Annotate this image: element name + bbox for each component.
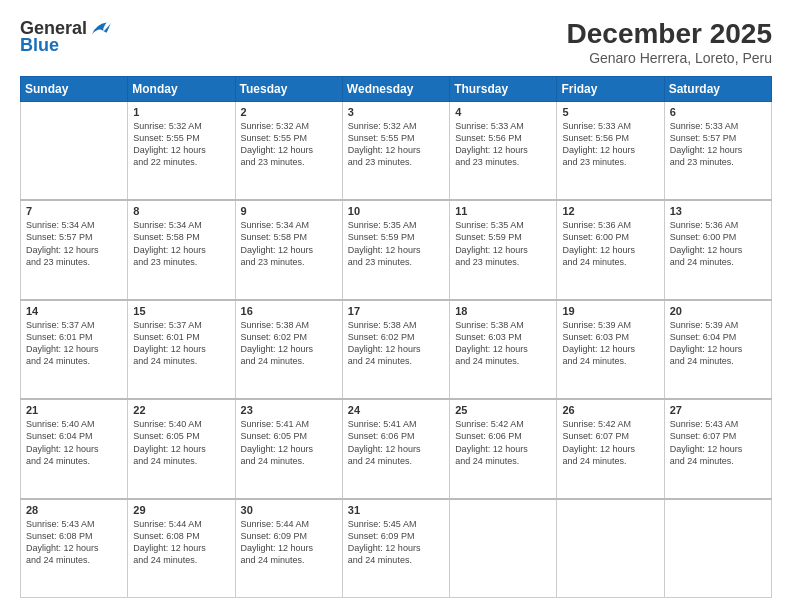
day-info: Sunrise: 5:40 AM Sunset: 6:04 PM Dayligh… xyxy=(26,418,122,467)
calendar-cell: 16Sunrise: 5:38 AM Sunset: 6:02 PM Dayli… xyxy=(235,300,342,399)
day-info: Sunrise: 5:33 AM Sunset: 5:57 PM Dayligh… xyxy=(670,120,766,169)
day-info: Sunrise: 5:44 AM Sunset: 6:09 PM Dayligh… xyxy=(241,518,337,567)
day-info: Sunrise: 5:40 AM Sunset: 6:05 PM Dayligh… xyxy=(133,418,229,467)
day-number: 1 xyxy=(133,106,229,118)
day-number: 28 xyxy=(26,504,122,516)
day-info: Sunrise: 5:35 AM Sunset: 5:59 PM Dayligh… xyxy=(455,219,551,268)
logo: General Blue xyxy=(20,18,111,56)
day-info: Sunrise: 5:43 AM Sunset: 6:07 PM Dayligh… xyxy=(670,418,766,467)
day-info: Sunrise: 5:36 AM Sunset: 6:00 PM Dayligh… xyxy=(562,219,658,268)
calendar-cell: 10Sunrise: 5:35 AM Sunset: 5:59 PM Dayli… xyxy=(342,200,449,299)
day-info: Sunrise: 5:39 AM Sunset: 6:04 PM Dayligh… xyxy=(670,319,766,368)
calendar-cell: 22Sunrise: 5:40 AM Sunset: 6:05 PM Dayli… xyxy=(128,399,235,498)
day-number: 19 xyxy=(562,305,658,317)
calendar-cell: 2Sunrise: 5:32 AM Sunset: 5:55 PM Daylig… xyxy=(235,102,342,201)
calendar-cell: 31Sunrise: 5:45 AM Sunset: 6:09 PM Dayli… xyxy=(342,499,449,598)
calendar-week-row: 1Sunrise: 5:32 AM Sunset: 5:55 PM Daylig… xyxy=(21,102,772,201)
calendar-cell: 14Sunrise: 5:37 AM Sunset: 6:01 PM Dayli… xyxy=(21,300,128,399)
day-number: 8 xyxy=(133,205,229,217)
calendar-week-row: 21Sunrise: 5:40 AM Sunset: 6:04 PM Dayli… xyxy=(21,399,772,498)
day-number: 11 xyxy=(455,205,551,217)
day-info: Sunrise: 5:37 AM Sunset: 6:01 PM Dayligh… xyxy=(133,319,229,368)
calendar-cell: 24Sunrise: 5:41 AM Sunset: 6:06 PM Dayli… xyxy=(342,399,449,498)
day-info: Sunrise: 5:33 AM Sunset: 5:56 PM Dayligh… xyxy=(562,120,658,169)
day-number: 17 xyxy=(348,305,444,317)
calendar-cell: 1Sunrise: 5:32 AM Sunset: 5:55 PM Daylig… xyxy=(128,102,235,201)
day-info: Sunrise: 5:34 AM Sunset: 5:57 PM Dayligh… xyxy=(26,219,122,268)
day-number: 16 xyxy=(241,305,337,317)
day-number: 4 xyxy=(455,106,551,118)
day-number: 6 xyxy=(670,106,766,118)
day-number: 27 xyxy=(670,404,766,416)
day-number: 31 xyxy=(348,504,444,516)
day-number: 20 xyxy=(670,305,766,317)
day-info: Sunrise: 5:39 AM Sunset: 6:03 PM Dayligh… xyxy=(562,319,658,368)
calendar-cell: 23Sunrise: 5:41 AM Sunset: 6:05 PM Dayli… xyxy=(235,399,342,498)
day-info: Sunrise: 5:37 AM Sunset: 6:01 PM Dayligh… xyxy=(26,319,122,368)
weekday-header-thursday: Thursday xyxy=(450,77,557,102)
day-info: Sunrise: 5:38 AM Sunset: 6:02 PM Dayligh… xyxy=(348,319,444,368)
day-info: Sunrise: 5:38 AM Sunset: 6:03 PM Dayligh… xyxy=(455,319,551,368)
calendar-cell: 7Sunrise: 5:34 AM Sunset: 5:57 PM Daylig… xyxy=(21,200,128,299)
day-info: Sunrise: 5:32 AM Sunset: 5:55 PM Dayligh… xyxy=(133,120,229,169)
calendar-cell: 12Sunrise: 5:36 AM Sunset: 6:00 PM Dayli… xyxy=(557,200,664,299)
calendar-cell: 5Sunrise: 5:33 AM Sunset: 5:56 PM Daylig… xyxy=(557,102,664,201)
title-block: December 2025 Genaro Herrera, Loreto, Pe… xyxy=(567,18,772,66)
logo-bird-icon xyxy=(89,18,111,40)
day-number: 15 xyxy=(133,305,229,317)
calendar-cell: 8Sunrise: 5:34 AM Sunset: 5:58 PM Daylig… xyxy=(128,200,235,299)
header: General Blue December 2025 Genaro Herrer… xyxy=(20,18,772,66)
calendar-cell: 30Sunrise: 5:44 AM Sunset: 6:09 PM Dayli… xyxy=(235,499,342,598)
calendar-cell: 27Sunrise: 5:43 AM Sunset: 6:07 PM Dayli… xyxy=(664,399,771,498)
calendar-cell: 15Sunrise: 5:37 AM Sunset: 6:01 PM Dayli… xyxy=(128,300,235,399)
calendar-cell: 13Sunrise: 5:36 AM Sunset: 6:00 PM Dayli… xyxy=(664,200,771,299)
day-number: 30 xyxy=(241,504,337,516)
calendar-cell: 17Sunrise: 5:38 AM Sunset: 6:02 PM Dayli… xyxy=(342,300,449,399)
calendar-week-row: 28Sunrise: 5:43 AM Sunset: 6:08 PM Dayli… xyxy=(21,499,772,598)
weekday-header-friday: Friday xyxy=(557,77,664,102)
calendar-cell xyxy=(664,499,771,598)
day-info: Sunrise: 5:34 AM Sunset: 5:58 PM Dayligh… xyxy=(133,219,229,268)
calendar-week-row: 14Sunrise: 5:37 AM Sunset: 6:01 PM Dayli… xyxy=(21,300,772,399)
day-info: Sunrise: 5:34 AM Sunset: 5:58 PM Dayligh… xyxy=(241,219,337,268)
day-number: 12 xyxy=(562,205,658,217)
day-number: 23 xyxy=(241,404,337,416)
calendar-week-row: 7Sunrise: 5:34 AM Sunset: 5:57 PM Daylig… xyxy=(21,200,772,299)
calendar-header-row: SundayMondayTuesdayWednesdayThursdayFrid… xyxy=(21,77,772,102)
calendar-cell: 29Sunrise: 5:44 AM Sunset: 6:08 PM Dayli… xyxy=(128,499,235,598)
day-number: 7 xyxy=(26,205,122,217)
calendar-cell: 3Sunrise: 5:32 AM Sunset: 5:55 PM Daylig… xyxy=(342,102,449,201)
day-number: 18 xyxy=(455,305,551,317)
day-number: 9 xyxy=(241,205,337,217)
calendar-cell: 26Sunrise: 5:42 AM Sunset: 6:07 PM Dayli… xyxy=(557,399,664,498)
day-number: 25 xyxy=(455,404,551,416)
page: General Blue December 2025 Genaro Herrer… xyxy=(0,0,792,612)
calendar-cell: 9Sunrise: 5:34 AM Sunset: 5:58 PM Daylig… xyxy=(235,200,342,299)
day-info: Sunrise: 5:44 AM Sunset: 6:08 PM Dayligh… xyxy=(133,518,229,567)
day-number: 26 xyxy=(562,404,658,416)
day-info: Sunrise: 5:35 AM Sunset: 5:59 PM Dayligh… xyxy=(348,219,444,268)
day-info: Sunrise: 5:32 AM Sunset: 5:55 PM Dayligh… xyxy=(348,120,444,169)
day-info: Sunrise: 5:41 AM Sunset: 6:06 PM Dayligh… xyxy=(348,418,444,467)
day-number: 10 xyxy=(348,205,444,217)
calendar-cell xyxy=(21,102,128,201)
calendar-cell: 11Sunrise: 5:35 AM Sunset: 5:59 PM Dayli… xyxy=(450,200,557,299)
calendar-cell: 4Sunrise: 5:33 AM Sunset: 5:56 PM Daylig… xyxy=(450,102,557,201)
calendar-cell: 21Sunrise: 5:40 AM Sunset: 6:04 PM Dayli… xyxy=(21,399,128,498)
weekday-header-wednesday: Wednesday xyxy=(342,77,449,102)
day-number: 29 xyxy=(133,504,229,516)
weekday-header-saturday: Saturday xyxy=(664,77,771,102)
month-title: December 2025 xyxy=(567,18,772,50)
day-number: 2 xyxy=(241,106,337,118)
day-info: Sunrise: 5:32 AM Sunset: 5:55 PM Dayligh… xyxy=(241,120,337,169)
day-number: 22 xyxy=(133,404,229,416)
calendar-cell: 25Sunrise: 5:42 AM Sunset: 6:06 PM Dayli… xyxy=(450,399,557,498)
calendar-cell: 6Sunrise: 5:33 AM Sunset: 5:57 PM Daylig… xyxy=(664,102,771,201)
calendar-cell: 18Sunrise: 5:38 AM Sunset: 6:03 PM Dayli… xyxy=(450,300,557,399)
weekday-header-sunday: Sunday xyxy=(21,77,128,102)
day-info: Sunrise: 5:41 AM Sunset: 6:05 PM Dayligh… xyxy=(241,418,337,467)
day-number: 21 xyxy=(26,404,122,416)
day-info: Sunrise: 5:45 AM Sunset: 6:09 PM Dayligh… xyxy=(348,518,444,567)
day-info: Sunrise: 5:38 AM Sunset: 6:02 PM Dayligh… xyxy=(241,319,337,368)
day-info: Sunrise: 5:42 AM Sunset: 6:06 PM Dayligh… xyxy=(455,418,551,467)
